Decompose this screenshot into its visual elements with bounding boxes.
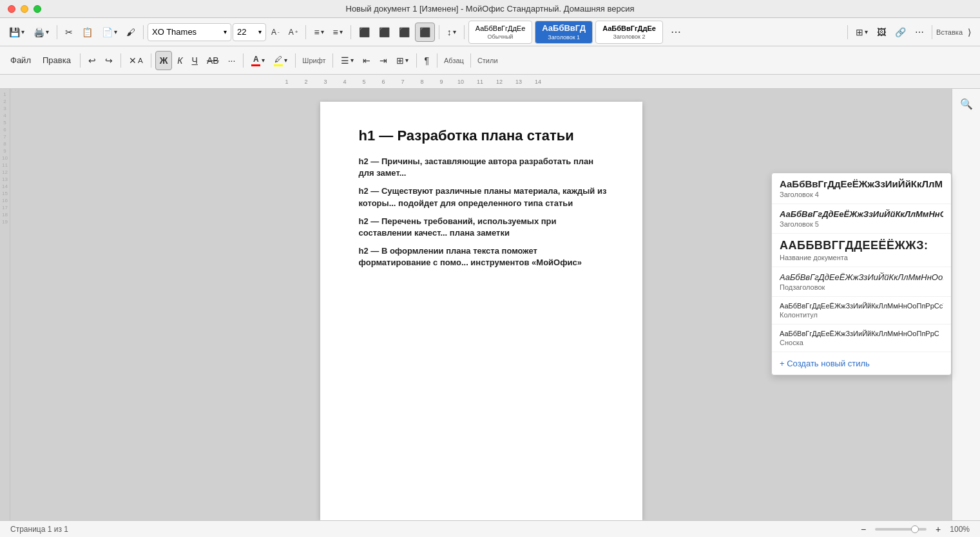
- indent-decrease-button[interactable]: ⇤: [359, 51, 374, 70]
- style-tab-h1[interactable]: АаБбВвГД Заголовок 1: [535, 21, 593, 44]
- line-num-14: 14: [2, 184, 8, 189]
- zoom-out-button[interactable]: −: [857, 520, 870, 538]
- style-item-title[interactable]: ААББВВГГДДЕЕЁЁЖЖЗ: Название документа: [772, 234, 951, 267]
- document-page[interactable]: h1 — Разработка плана статьи h2 — Причин…: [320, 102, 642, 520]
- edit-menu[interactable]: Правка: [37, 51, 76, 70]
- style-preview-h4: АаБбВвГгДдЕеЁЖжЗзИиЙйКкЛлМмНнОо: [780, 178, 943, 189]
- table-button[interactable]: ⊞▾: [852, 23, 872, 42]
- link-button[interactable]: 🔗: [891, 23, 910, 42]
- separator: [439, 25, 439, 39]
- style-item-footer[interactable]: АаБбВвГгДдЕеЁЖжЗзИиЙйКкЛлМмНнОоПпРрСсТтУ…: [772, 297, 951, 325]
- font-more-button[interactable]: ···: [224, 51, 240, 70]
- font-size-label: 22: [237, 27, 246, 37]
- separator: [932, 25, 932, 39]
- insert-section-label: Вставка: [936, 28, 963, 36]
- main-content: 1 2 3 4 5 6 7 8 9 10 11 12 13 14 15 16 1…: [0, 89, 980, 520]
- style-item-footnote[interactable]: АаБбВвГгДдЕеЁЖжЗзИиЙйКкЛлМмНнОоПпРрС Сно…: [772, 325, 951, 352]
- clear-format-button[interactable]: ✕A: [125, 51, 147, 70]
- more-insert-button[interactable]: ⋯: [911, 23, 928, 42]
- style-item-h5[interactable]: АаБбВвГгДдЕеЁЖжЗзИиЙйКкЛлМмНнОоПп Заголо…: [772, 204, 951, 234]
- cut-button[interactable]: ✂: [61, 23, 77, 42]
- line-num-2: 2: [3, 99, 6, 104]
- list-format-button[interactable]: ☰▾: [337, 51, 358, 70]
- style-item-h4[interactable]: АаБбВвГгДдЕеЁЖжЗзИиЙйКкЛлМмНнОо Заголово…: [772, 173, 951, 204]
- indent-increase-button[interactable]: ⇥: [376, 51, 391, 70]
- style-name-normal: Обычный: [488, 33, 514, 40]
- create-style-label: + Создать новый стиль: [780, 359, 870, 368]
- line-num-6: 6: [3, 127, 6, 133]
- line-num-17: 17: [2, 205, 8, 211]
- line-num-8: 8: [3, 141, 6, 147]
- zoom-control: − + 100%: [857, 520, 970, 538]
- italic-button[interactable]: К: [173, 51, 186, 70]
- close-button[interactable]: [8, 5, 15, 13]
- copy-button[interactable]: 📋: [78, 23, 97, 42]
- separator: [351, 25, 351, 39]
- align-center-button[interactable]: ⬛: [375, 23, 394, 42]
- font-family-selector[interactable]: XO Thames ▾: [148, 23, 231, 41]
- paragraph-marks-button[interactable]: ¶: [421, 51, 434, 70]
- style-tab-h2[interactable]: АаБбВвГгДдЕе Заголовок 2: [595, 21, 663, 44]
- save-button[interactable]: 💾▾: [5, 23, 28, 42]
- columns-button[interactable]: ⊞▾: [392, 51, 412, 70]
- align-justify-button[interactable]: ⬛: [415, 23, 435, 42]
- separator: [80, 53, 81, 68]
- line-num-7: 7: [3, 134, 6, 140]
- print-button[interactable]: 🖨️▾: [30, 23, 53, 42]
- style-item-sub[interactable]: АаБбВвГгДдЕеЁЖжЗзИиЙйКкЛлМмНнОоПп Подзаг…: [772, 267, 951, 297]
- bullet-list-button[interactable]: ≡▾: [310, 23, 327, 42]
- paste-button[interactable]: 📄▾: [98, 23, 121, 42]
- separator: [470, 53, 471, 68]
- highlight-color-button[interactable]: 🖊 ▾: [270, 51, 291, 70]
- style-tab-normal[interactable]: АаБбВвГгДдЕе Обычный: [468, 21, 533, 44]
- more-styles-button[interactable]: ⋯: [666, 23, 686, 42]
- separator: [120, 53, 121, 68]
- align-left-button[interactable]: ⬛: [355, 23, 374, 42]
- style-preview-h2: АаБбВвГгДдЕе: [602, 24, 656, 32]
- search-button[interactable]: 🔍: [956, 94, 977, 113]
- font-size-increase-button[interactable]: A+: [285, 23, 302, 42]
- font-size-decrease-button[interactable]: A-: [267, 23, 283, 42]
- font-section-label: Шрифт: [300, 57, 328, 64]
- minimize-button[interactable]: [21, 5, 28, 13]
- align-right-button[interactable]: ⬛: [395, 23, 414, 42]
- text-color-button[interactable]: A ▾: [247, 51, 269, 70]
- collapse-insert-button[interactable]: ⟩: [964, 23, 975, 42]
- line-num-11: 11: [2, 162, 8, 168]
- toolbar-row-2: Файл Правка ↩ ↪ ✕A Ж К Ч АВ ··· A ▾ 🖊 ▾ …: [0, 46, 980, 75]
- separator: [305, 25, 306, 39]
- ordered-list-button[interactable]: ≡▾: [329, 23, 347, 42]
- style-name-h4: Заголовок 4: [780, 191, 943, 198]
- bold-button[interactable]: Ж: [155, 51, 173, 70]
- line-num-5: 5: [3, 120, 6, 126]
- separator: [295, 53, 296, 68]
- style-preview-footnote: АаБбВвГгДдЕеЁЖжЗзИиЙйКкЛлМмНнОоПпРрС: [780, 330, 943, 337]
- font-size-selector[interactable]: 22 ▾: [233, 23, 266, 41]
- zoom-slider[interactable]: [875, 528, 927, 531]
- redo-button[interactable]: ↪: [101, 51, 117, 70]
- styles-dropdown[interactable]: АаБбВвГгДдЕеЁЖжЗзИиЙйКкЛлМмНнОо Заголово…: [771, 173, 952, 375]
- zoom-in-button[interactable]: +: [932, 520, 945, 538]
- font-dropdown-arrow: ▾: [224, 28, 227, 35]
- image-button[interactable]: 🖼: [873, 23, 890, 42]
- document-h1: h1 — Разработка плана статьи: [359, 127, 610, 144]
- format-paint-button[interactable]: 🖌: [122, 23, 139, 42]
- styles-section-label: Стили: [475, 57, 501, 64]
- undo-button[interactable]: ↩: [84, 51, 100, 70]
- left-margin: 1 2 3 4 5 6 7 8 9 10 11 12 13 14 15 16 1…: [0, 89, 10, 520]
- style-preview-footer: АаБбВвГгДдЕеЁЖжЗзИиЙйКкЛлМмНнОоПпРрСсТтУ…: [780, 302, 943, 310]
- strikethrough-button[interactable]: АВ: [203, 51, 223, 70]
- doc-para-3: h2 — Перечень требований, используемых п…: [359, 216, 610, 239]
- maximize-button[interactable]: [34, 5, 41, 13]
- file-menu[interactable]: Файл: [5, 51, 36, 70]
- underline-button[interactable]: Ч: [188, 51, 202, 70]
- create-style-button[interactable]: + Создать новый стиль: [772, 352, 951, 375]
- line-spacing-button[interactable]: ↕▾: [443, 23, 460, 42]
- line-num-16: 16: [2, 198, 8, 203]
- separator: [464, 25, 465, 39]
- style-name-footnote: Сноска: [780, 339, 943, 346]
- separator: [416, 53, 417, 68]
- style-name-h5: Заголовок 5: [780, 220, 943, 228]
- ruler: 1 2 3 4 5 6 7 8 9 10 11 12 13 14: [0, 75, 980, 89]
- separator: [332, 53, 333, 68]
